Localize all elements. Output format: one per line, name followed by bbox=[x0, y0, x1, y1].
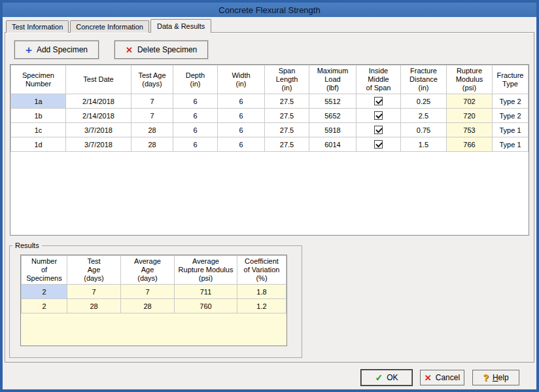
cell-depth[interactable]: 6 bbox=[173, 123, 218, 137]
cell-width[interactable]: 6 bbox=[218, 94, 265, 109]
col-coefficient-of-variation: Coefficient of Variation (%) bbox=[237, 256, 287, 285]
cell-test-date[interactable]: 2/14/2018 bbox=[66, 109, 131, 123]
specimen-row-1b[interactable]: 1b 2/14/2018 7 6 6 27.5 5652 2.5 720 Typ… bbox=[11, 109, 529, 123]
cell-number-of-specimens[interactable]: 2 bbox=[22, 299, 67, 313]
cell-rupture-modulus[interactable]: 702 bbox=[447, 94, 493, 109]
checkbox-checked-icon[interactable] bbox=[374, 97, 383, 105]
cancel-button[interactable]: ✕ Cancel bbox=[420, 370, 464, 385]
x-icon: ✕ bbox=[425, 374, 432, 382]
cell-coefficient-of-variation[interactable]: 1.2 bbox=[237, 299, 287, 313]
results-group-label: Results bbox=[12, 241, 42, 249]
col-span-length: Span Length (in) bbox=[265, 65, 309, 94]
tab-test-information[interactable]: Test Information bbox=[6, 20, 69, 33]
cell-fracture-type[interactable]: Type 1 bbox=[493, 137, 529, 152]
col-inside-middle: Inside Middle of Span bbox=[356, 65, 401, 94]
cell-average-rupture-modulus[interactable]: 711 bbox=[175, 285, 237, 299]
cell-test-age[interactable]: 7 bbox=[131, 109, 173, 123]
specimen-row-1c[interactable]: 1c 3/7/2018 28 6 6 27.5 5918 0.75 753 Ty… bbox=[11, 123, 529, 137]
cell-inside-middle bbox=[356, 123, 401, 137]
cell-fracture-distance[interactable]: 2.5 bbox=[401, 109, 447, 123]
cell-width[interactable]: 6 bbox=[218, 123, 265, 137]
cell-maximum-load[interactable]: 5918 bbox=[309, 123, 356, 137]
cell-fracture-type[interactable]: Type 1 bbox=[493, 123, 529, 137]
cell-maximum-load[interactable]: 6014 bbox=[309, 137, 356, 152]
cell-span-length[interactable]: 27.5 bbox=[265, 137, 309, 152]
cell-test-age[interactable]: 7 bbox=[131, 94, 173, 109]
results-header-row: Number of Specimens Test Age (days) Aver… bbox=[22, 256, 287, 285]
cell-span-length[interactable]: 27.5 bbox=[265, 123, 309, 137]
window-title: Concrete Flexural Strength bbox=[218, 5, 320, 15]
title-bar[interactable]: Concrete Flexural Strength bbox=[3, 3, 536, 17]
results-table: Number of Specimens Test Age (days) Aver… bbox=[21, 255, 287, 313]
help-label: Help bbox=[493, 373, 509, 382]
col-specimen-number: Specimen Number bbox=[11, 65, 66, 94]
cell-fracture-distance[interactable]: 1.5 bbox=[401, 137, 447, 152]
tab-concrete-information[interactable]: Concrete Information bbox=[70, 20, 149, 33]
cell-test-date[interactable]: 3/7/2018 bbox=[66, 123, 131, 137]
col-rupture-modulus: Rupture Modulus (psi) bbox=[447, 65, 493, 94]
checkbox-checked-icon[interactable] bbox=[374, 126, 383, 134]
cell-test-date[interactable]: 2/14/2018 bbox=[66, 94, 131, 109]
cell-depth[interactable]: 6 bbox=[173, 109, 218, 123]
tab-strip: Test Information Concrete Information Da… bbox=[6, 19, 213, 33]
cancel-label: Cancel bbox=[436, 373, 460, 382]
col-depth: Depth (in) bbox=[173, 65, 218, 94]
plus-icon: + bbox=[26, 45, 32, 56]
results-grid-container: Number of Specimens Test Age (days) Aver… bbox=[20, 255, 287, 346]
col-number-of-specimens: Number of Specimens bbox=[22, 256, 67, 285]
specimen-row-1a[interactable]: 1a 2/14/2018 7 6 6 27.5 5512 0.25 702 Ty… bbox=[11, 94, 529, 109]
delete-specimen-label: Delete Specimen bbox=[137, 45, 197, 54]
check-icon: ✓ bbox=[375, 373, 383, 382]
cell-rupture-modulus[interactable]: 766 bbox=[447, 137, 493, 152]
cell-inside-middle bbox=[356, 94, 401, 109]
cell-test-age[interactable]: 28 bbox=[131, 137, 173, 152]
results-row[interactable]: 2 28 28 760 1.2 bbox=[22, 299, 287, 313]
cell-width[interactable]: 6 bbox=[218, 109, 265, 123]
cell-fracture-type[interactable]: Type 2 bbox=[493, 109, 529, 123]
cell-depth[interactable]: 6 bbox=[173, 137, 218, 152]
results-row[interactable]: 2 7 7 711 1.8 bbox=[22, 285, 287, 299]
cell-span-length[interactable]: 27.5 bbox=[265, 94, 309, 109]
cell-rupture-modulus[interactable]: 753 bbox=[447, 123, 493, 137]
specimen-header-row: Specimen Number Test Date Test Age (days… bbox=[11, 65, 529, 94]
cell-inside-middle bbox=[356, 137, 401, 152]
ok-button[interactable]: ✓ OK bbox=[361, 370, 412, 385]
ok-label: OK bbox=[387, 373, 398, 382]
cell-results-test-age[interactable]: 28 bbox=[67, 299, 121, 313]
cell-average-rupture-modulus[interactable]: 760 bbox=[175, 299, 237, 313]
help-button[interactable]: ? Help bbox=[472, 370, 519, 385]
cell-average-age[interactable]: 7 bbox=[121, 285, 175, 299]
cell-depth[interactable]: 6 bbox=[173, 94, 218, 109]
specimen-row-1d[interactable]: 1d 3/7/2018 28 6 6 27.5 6014 1.5 766 Typ… bbox=[11, 137, 529, 152]
checkbox-checked-icon[interactable] bbox=[374, 111, 383, 120]
cell-specimen-number[interactable]: 1c bbox=[11, 123, 66, 137]
col-results-test-age: Test Age (days) bbox=[67, 256, 121, 285]
cell-span-length[interactable]: 27.5 bbox=[265, 109, 309, 123]
question-mark-icon: ? bbox=[483, 373, 489, 382]
tab-content-panel: + Add Specimen ✕ Delete Specimen Specime… bbox=[5, 32, 534, 363]
tab-data-results[interactable]: Data & Results bbox=[150, 19, 211, 33]
cell-fracture-distance[interactable]: 0.75 bbox=[401, 123, 447, 137]
specimen-grid-container: Specimen Number Test Date Test Age (days… bbox=[10, 64, 529, 236]
cell-test-age[interactable]: 28 bbox=[131, 123, 173, 137]
cell-fracture-type[interactable]: Type 2 bbox=[493, 94, 529, 109]
cell-test-date[interactable]: 3/7/2018 bbox=[66, 137, 131, 152]
add-specimen-button[interactable]: + Add Specimen bbox=[14, 41, 99, 59]
col-maximum-load: Maximum Load (lbf) bbox=[309, 65, 356, 94]
delete-specimen-button[interactable]: ✕ Delete Specimen bbox=[114, 41, 208, 59]
cell-specimen-number[interactable]: 1a bbox=[11, 94, 66, 109]
cell-specimen-number[interactable]: 1d bbox=[11, 137, 66, 152]
checkbox-checked-icon[interactable] bbox=[374, 140, 383, 149]
cell-maximum-load[interactable]: 5512 bbox=[309, 94, 356, 109]
cell-specimen-number[interactable]: 1b bbox=[11, 109, 66, 123]
cell-coefficient-of-variation[interactable]: 1.8 bbox=[237, 285, 287, 299]
cell-results-test-age[interactable]: 7 bbox=[67, 285, 121, 299]
cell-width[interactable]: 6 bbox=[218, 137, 265, 152]
cell-rupture-modulus[interactable]: 720 bbox=[447, 109, 493, 123]
cell-maximum-load[interactable]: 5652 bbox=[309, 109, 356, 123]
cell-average-age[interactable]: 28 bbox=[121, 299, 175, 313]
cell-fracture-distance[interactable]: 0.25 bbox=[401, 94, 447, 109]
dialog-window: Concrete Flexural Strength Test Informat… bbox=[0, 0, 539, 392]
cell-number-of-specimens[interactable]: 2 bbox=[22, 285, 67, 299]
col-fracture-distance: Fracture Distance (in) bbox=[401, 65, 447, 94]
